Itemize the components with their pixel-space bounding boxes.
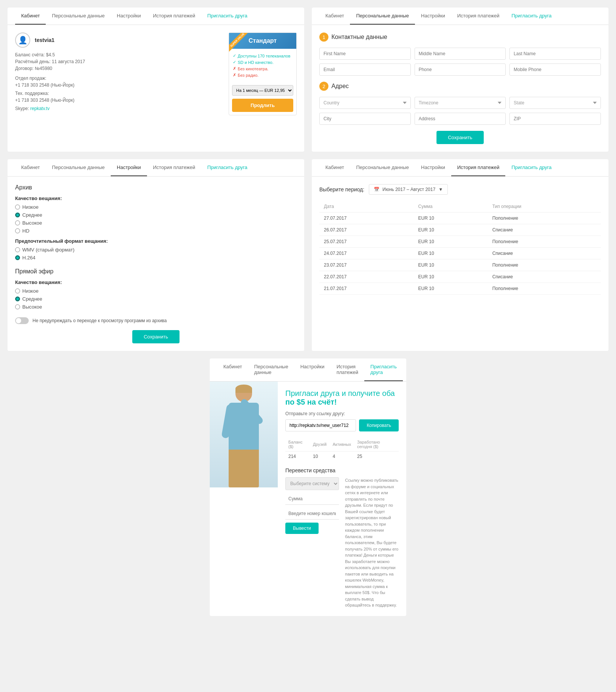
live-quality-label: Качество вещания: bbox=[15, 279, 297, 285]
tab-payments-1[interactable]: История платежей bbox=[147, 8, 201, 25]
middle-name-input[interactable] bbox=[415, 48, 506, 60]
stats-table: Баланс ($) Друзей Активных Заработано се… bbox=[285, 438, 399, 461]
tab-cabinet-5[interactable]: Кабинет bbox=[217, 358, 248, 381]
archive-toggle[interactable] bbox=[15, 317, 29, 324]
archive-format-h264[interactable]: H.264 bbox=[15, 255, 297, 261]
settings-panel: Кабинет Персональные данные Настройки Ис… bbox=[8, 159, 304, 351]
period-select[interactable]: 📅 Июнь 2017 – Август 2017 ▼ bbox=[369, 184, 448, 195]
live-title: Прямой эфир bbox=[15, 268, 297, 275]
calendar-icon: 📅 bbox=[374, 187, 379, 192]
email-input[interactable] bbox=[319, 64, 411, 76]
archive-format-label: Предпочтительный формат вещания: bbox=[15, 238, 297, 244]
tab-payments-4[interactable]: История платежей bbox=[451, 159, 506, 176]
city-input[interactable] bbox=[319, 113, 411, 125]
stats-col-earned: Заработано сегодня ($) bbox=[354, 438, 399, 452]
settings-nav: Кабинет Персональные данные Настройки Ис… bbox=[8, 159, 304, 177]
archive-quality-group: Низкое Среднее Высокое HD bbox=[15, 204, 297, 234]
tab-invite-3[interactable]: Пригласить друга bbox=[201, 159, 253, 176]
address-input[interactable] bbox=[415, 113, 506, 125]
first-name-input[interactable] bbox=[319, 48, 411, 60]
stats-balance: 214 bbox=[285, 452, 310, 462]
country-select[interactable]: Country bbox=[319, 97, 411, 109]
payment-date: 23.07.2017 bbox=[319, 259, 414, 271]
archive-quality-low[interactable]: Низкое bbox=[15, 204, 297, 210]
archive-quality-medium[interactable]: Среднее bbox=[15, 212, 297, 218]
plan-period-select[interactable]: На 1 месяц — EUR 12,95 bbox=[232, 85, 293, 96]
invite-title: Пригласи друга и получите оба по $5 на с… bbox=[285, 389, 399, 407]
invite-link-input[interactable] bbox=[285, 419, 356, 431]
tab-settings-2[interactable]: Настройки bbox=[415, 8, 451, 25]
archive-quality-hd[interactable]: HD bbox=[15, 228, 297, 234]
cabinet-panel: Кабинет Персональные данные Настройки Ис… bbox=[8, 8, 304, 152]
user-info: 👤 testvia1 Баланс счёта: $4.5 Расчётный … bbox=[15, 33, 221, 113]
tab-personal-1[interactable]: Персональные данные bbox=[46, 8, 111, 25]
tab-invite-4[interactable]: Пригласить друга bbox=[505, 159, 557, 176]
tab-settings-4[interactable]: Настройки bbox=[415, 159, 451, 176]
phone-label: Отдел продаж: bbox=[15, 76, 221, 81]
archive-format-group: WMV (старый формат) H.264 bbox=[15, 247, 297, 261]
withdraw-button[interactable]: Вывести bbox=[285, 523, 319, 534]
payment-amount: EUR 10 bbox=[414, 236, 488, 248]
invite-title-text: Пригласи друга и получите оба bbox=[285, 389, 395, 397]
live-quality-high[interactable]: Высокое bbox=[15, 304, 297, 310]
wallet-input[interactable] bbox=[285, 508, 339, 520]
tab-personal-3[interactable]: Персональные данные bbox=[46, 159, 111, 176]
extend-button[interactable]: Продлить bbox=[232, 99, 293, 112]
tab-cabinet-2[interactable]: Кабинет bbox=[319, 8, 350, 25]
archive-format-wmv[interactable]: WMV (старый формат) bbox=[15, 247, 297, 253]
live-quality-medium[interactable]: Среднее bbox=[15, 296, 297, 302]
live-quality-low[interactable]: Низкое bbox=[15, 288, 297, 294]
balance-line: Баланс счёта: $4.5 bbox=[15, 52, 221, 57]
tab-payments-5[interactable]: История платежей bbox=[330, 358, 364, 381]
payment-amount: EUR 10 bbox=[414, 248, 488, 259]
stats-col-active: Активных bbox=[330, 438, 354, 452]
payments-nav: Кабинет Персональные данные Настройки Ис… bbox=[312, 159, 608, 177]
avatar: 👤 bbox=[15, 33, 30, 48]
tab-payments-2[interactable]: История платежей bbox=[451, 8, 506, 25]
personal-save-button[interactable]: Сохранить bbox=[436, 131, 484, 144]
period-dropdown[interactable]: На 1 месяц — EUR 12,95 bbox=[232, 85, 293, 96]
transfer-form: Выберите систему Вывести bbox=[285, 477, 339, 608]
timezone-select[interactable]: Timezone bbox=[415, 97, 506, 109]
tab-personal-4[interactable]: Персональные данные bbox=[350, 159, 415, 176]
feature-2: ✓ SD и HD качество. bbox=[233, 59, 293, 65]
tab-personal-5[interactable]: Персональные данные bbox=[248, 358, 294, 381]
tab-settings-1[interactable]: Настройки bbox=[111, 8, 147, 25]
col-amount: Сумма bbox=[414, 201, 488, 213]
tab-invite-2[interactable]: Пригласить друга bbox=[505, 8, 557, 25]
tab-invite-1[interactable]: Пригласить друга bbox=[201, 8, 253, 25]
personal-nav: Кабинет Персональные данные Настройки Ис… bbox=[312, 8, 608, 25]
archive-quality-high[interactable]: Высокое bbox=[15, 220, 297, 226]
phone-input[interactable] bbox=[415, 64, 506, 76]
tab-settings-3[interactable]: Настройки bbox=[111, 159, 147, 176]
payment-row: 24.07.2017 EUR 10 Списание bbox=[319, 248, 601, 259]
skype-link[interactable]: repkatv.tv bbox=[30, 106, 50, 111]
address-row bbox=[319, 113, 601, 125]
state-select[interactable]: State bbox=[509, 97, 601, 109]
tab-cabinet-3[interactable]: Кабинет bbox=[15, 159, 46, 176]
address-num: 2 bbox=[319, 82, 328, 91]
stats-friends: 10 bbox=[310, 452, 330, 462]
tab-settings-5[interactable]: Настройки bbox=[294, 358, 331, 381]
tab-cabinet-1[interactable]: Кабинет bbox=[15, 8, 46, 25]
mobile-input[interactable] bbox=[509, 64, 601, 76]
contact-section-title: 1 Контактные данные bbox=[319, 33, 601, 42]
invite-title-highlight: по $5 на счёт! bbox=[285, 398, 337, 406]
amount-input[interactable] bbox=[285, 493, 339, 505]
tab-personal-2[interactable]: Персональные данные bbox=[350, 8, 415, 25]
tab-invite-5[interactable]: Пригласить друга bbox=[364, 358, 403, 381]
tab-cabinet-4[interactable]: Кабинет bbox=[319, 159, 350, 176]
settings-save-button[interactable]: Сохранить bbox=[132, 330, 180, 343]
payment-type: Списание bbox=[488, 271, 601, 283]
zip-input[interactable] bbox=[509, 113, 601, 125]
system-select[interactable]: Выберите систему bbox=[285, 477, 339, 490]
tab-payments-3[interactable]: История платежей bbox=[147, 159, 201, 176]
last-name-input[interactable] bbox=[509, 48, 601, 60]
payment-date: 25.07.2017 bbox=[319, 236, 414, 248]
chevron-down-icon: ▼ bbox=[438, 187, 443, 192]
support-label: Тех. поддержка: bbox=[15, 91, 221, 96]
toggle-label: Не предупреждать о переходе к просмотру … bbox=[33, 318, 167, 323]
stats-active: 4 bbox=[330, 452, 354, 462]
plan-ribbon bbox=[229, 33, 252, 56]
copy-button[interactable]: Копировать bbox=[359, 419, 399, 431]
